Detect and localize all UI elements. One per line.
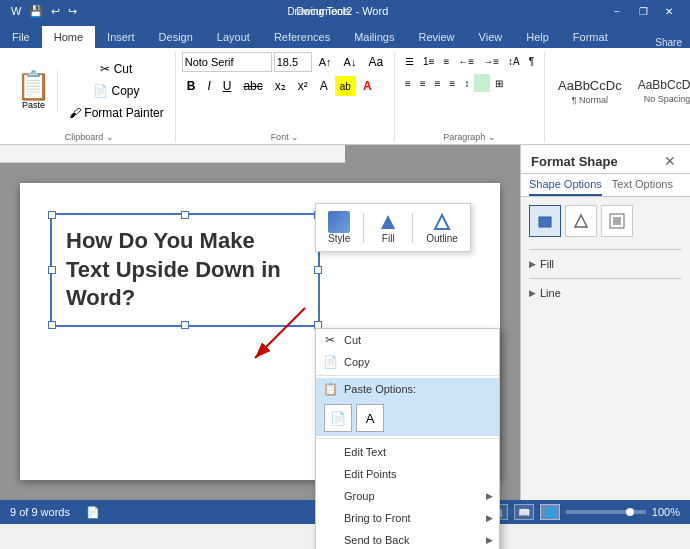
close-btn[interactable]: ✕	[656, 0, 682, 22]
ctx-edit-text[interactable]: Edit Text	[316, 441, 499, 463]
strikethrough-btn[interactable]: abc	[238, 76, 267, 96]
zoom-slider[interactable]	[566, 510, 646, 514]
layout-position-icon[interactable]	[601, 205, 633, 237]
line-section-label: Line	[540, 287, 561, 299]
superscript-btn[interactable]: x²	[293, 76, 313, 96]
redo-btn[interactable]: ↪	[65, 5, 80, 18]
clipboard-label: Clipboard ⌄	[65, 130, 114, 142]
style-no-spacing[interactable]: AaBbCcDc No Spacing	[631, 65, 690, 117]
decrease-font-btn[interactable]: A↓	[339, 52, 362, 72]
tab-home[interactable]: Home	[42, 26, 95, 48]
tab-design[interactable]: Design	[147, 26, 205, 48]
handle-top-center[interactable]	[181, 211, 189, 219]
web-layout-btn[interactable]: 🌐	[540, 504, 560, 520]
paste-keep-source[interactable]: 📄	[324, 404, 352, 432]
bring-front-arrow: ▶	[486, 513, 493, 523]
justify-btn[interactable]: ≡	[446, 74, 460, 92]
align-left-btn[interactable]: ≡	[401, 74, 415, 92]
ribbon-tabs: File Home Insert Design Layout Reference…	[0, 22, 690, 48]
format-panel-close-btn[interactable]: ✕	[660, 153, 680, 169]
copy-btn[interactable]: 📄 Copy	[64, 81, 169, 101]
tab-references[interactable]: References	[262, 26, 342, 48]
increase-font-btn[interactable]: A↑	[314, 52, 337, 72]
handle-mid-right[interactable]	[314, 266, 322, 274]
show-marks-btn[interactable]: ¶	[525, 52, 538, 70]
tab-text-options[interactable]: Text Options	[612, 178, 673, 196]
change-case-btn[interactable]: Aa	[363, 52, 388, 72]
subscript-btn[interactable]: x₂	[270, 76, 291, 96]
effects-icon[interactable]	[565, 205, 597, 237]
bold-btn[interactable]: B	[182, 76, 201, 96]
text-highlight-btn[interactable]: ab	[335, 76, 356, 96]
align-center-btn[interactable]: ≡	[416, 74, 430, 92]
numbering-btn[interactable]: 1≡	[419, 52, 438, 70]
fill-line-icon[interactable]	[529, 205, 561, 237]
underline-btn[interactable]: U	[218, 76, 237, 96]
format-panel-tabs: Shape Options Text Options	[521, 174, 690, 197]
style-normal[interactable]: AaBbCcDc ¶ Normal	[551, 65, 629, 117]
font-size-input[interactable]	[274, 52, 312, 72]
shading-btn[interactable]	[474, 74, 490, 92]
fill-section-label: Fill	[540, 258, 554, 270]
tab-insert[interactable]: Insert	[95, 26, 147, 48]
cut-btn[interactable]: ✂ Cut	[64, 59, 169, 79]
undo-btn[interactable]: ↩	[48, 5, 63, 18]
fill-section-header[interactable]: ▶ Fill	[529, 256, 682, 272]
format-painter-btn[interactable]: 🖌 Format Painter	[64, 103, 169, 123]
share-btn[interactable]: Share	[655, 37, 682, 48]
paste-btn[interactable]: 📋 Paste	[10, 70, 58, 112]
save-btn[interactable]: 💾	[26, 5, 46, 18]
tab-help[interactable]: Help	[514, 26, 561, 48]
restore-btn[interactable]: ❐	[630, 0, 656, 22]
tab-shape-options[interactable]: Shape Options	[529, 178, 602, 196]
line-spacing-btn[interactable]: ↕	[460, 74, 473, 92]
handle-bottom-center[interactable]	[181, 321, 189, 329]
paste-label: Paste	[22, 100, 45, 110]
ctx-edit-points[interactable]: Edit Points	[316, 463, 499, 485]
styles-group: AaBbCcDc ¶ Normal AaBbCcDc No Spacing Aa…	[545, 52, 690, 142]
read-mode-btn[interactable]: 📖	[514, 504, 534, 520]
text-effects-btn[interactable]: A	[315, 76, 333, 96]
borders-btn[interactable]: ⊞	[491, 74, 507, 92]
tab-layout[interactable]: Layout	[205, 26, 262, 48]
tab-format[interactable]: Format	[561, 26, 620, 48]
status-left: 9 of 9 words 📄	[10, 506, 100, 519]
title-bar-controls: − ❐ ✕	[604, 0, 682, 22]
handle-bottom-left[interactable]	[48, 321, 56, 329]
shape-outline-btn[interactable]: Outline	[417, 207, 467, 248]
increase-indent-btn[interactable]: →≡	[479, 52, 503, 70]
sort-btn[interactable]: ↕A	[504, 52, 524, 70]
ctx-bring-front[interactable]: Bring to Front ▶	[316, 507, 499, 529]
ctx-send-back[interactable]: Send to Back ▶	[316, 529, 499, 549]
minimize-btn[interactable]: −	[604, 0, 630, 22]
status-right: ▤ 📖 🌐 100%	[488, 504, 680, 520]
paste-keep-text[interactable]: A	[356, 404, 384, 432]
shape-style-btn[interactable]: Style	[319, 207, 359, 248]
tab-file[interactable]: File	[0, 26, 42, 48]
align-right-btn[interactable]: ≡	[431, 74, 445, 92]
ctx-copy[interactable]: 📄Copy	[316, 351, 499, 373]
font-label: Font ⌄	[271, 130, 300, 142]
bullets-btn[interactable]: ☰	[401, 52, 418, 70]
shape-fill-btn[interactable]: Fill	[368, 207, 408, 248]
ctx-paste-options[interactable]: 📋Paste Options:	[316, 378, 499, 400]
handle-top-left[interactable]	[48, 211, 56, 219]
bring-front-icon	[322, 510, 338, 526]
svg-marker-3	[435, 215, 449, 229]
ctx-group[interactable]: Group ▶	[316, 485, 499, 507]
font-color-btn[interactable]: A	[358, 76, 377, 96]
decrease-indent-btn[interactable]: ←≡	[454, 52, 478, 70]
tab-view[interactable]: View	[467, 26, 515, 48]
context-menu: ✂Cut 📄Copy 📋Paste Options: 📄 A	[315, 328, 500, 549]
ctx-cut[interactable]: ✂Cut	[316, 329, 499, 351]
multilevel-btn[interactable]: ≡	[439, 52, 453, 70]
outline-icon	[431, 211, 453, 233]
tab-review[interactable]: Review	[407, 26, 467, 48]
line-section-header[interactable]: ▶ Line	[529, 285, 682, 301]
italic-btn[interactable]: I	[202, 76, 215, 96]
handle-mid-left[interactable]	[48, 266, 56, 274]
zoom-thumb[interactable]	[626, 508, 634, 516]
style-icon	[328, 211, 350, 233]
tab-mailings[interactable]: Mailings	[342, 26, 406, 48]
font-name-input[interactable]	[182, 52, 272, 72]
